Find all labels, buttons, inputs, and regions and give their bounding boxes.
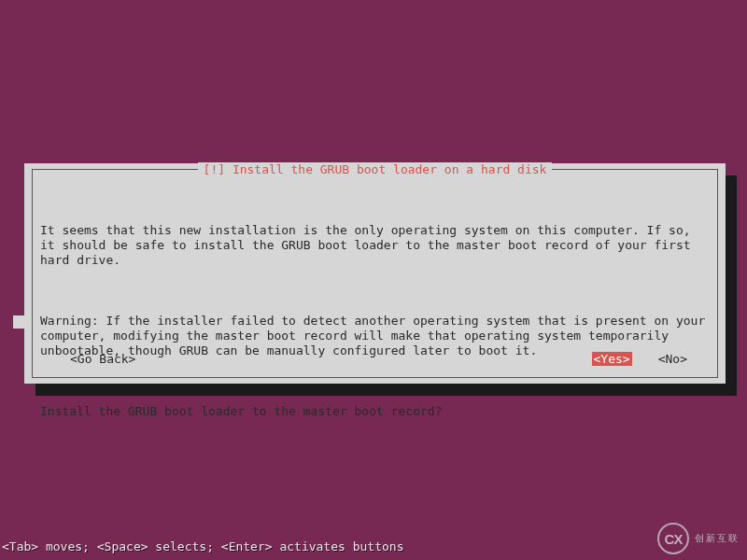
no-button[interactable]: <No> [658,352,687,366]
dialog-button-row: <Go Back> <Yes> <No> [33,352,717,366]
go-back-button[interactable]: <Go Back> [70,352,135,366]
dialog-body: It seems that this new installation is t… [33,170,717,459]
dialog-frame: [!] Install the GRUB boot loader on a ha… [32,169,718,378]
grub-install-dialog: [!] Install the GRUB boot loader on a ha… [24,163,726,384]
yes-button[interactable]: <Yes> [592,352,632,366]
dialog-title: [!] Install the GRUB boot loader on a ha… [198,162,553,176]
watermark-text: 创新互联 [695,532,740,545]
watermark: CX 创新互联 [657,523,740,554]
help-bar: <Tab> moves; <Space> selects; <Enter> ac… [2,539,403,553]
dialog-paragraph-1: It seems that this new installation is t… [40,223,710,269]
dialog-question: Install the GRUB boot loader to the mast… [40,404,710,419]
watermark-logo-icon: CX [657,523,689,554]
